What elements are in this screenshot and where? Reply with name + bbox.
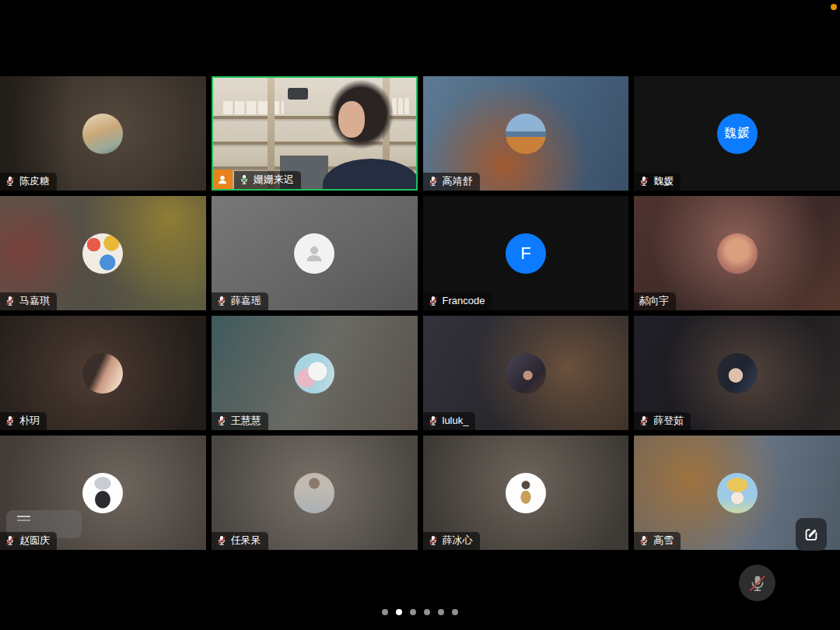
avatar (717, 473, 758, 513)
recording-indicator-dot (831, 4, 837, 10)
mic-muted-icon (428, 415, 439, 426)
participant-label: luluk_ (423, 412, 476, 430)
participant-label: 高靖舒 (423, 173, 480, 191)
avatar-initials: F (506, 233, 546, 274)
participant-tile[interactable]: 任呆呆 (212, 436, 418, 550)
participant-label: 朴玥 (0, 412, 47, 430)
participant-tile[interactable]: 高靖舒 (423, 76, 629, 191)
participant-label: 薛登茹 (634, 412, 691, 430)
mic-muted-icon (5, 176, 16, 187)
participant-tile[interactable]: 薛冰心 (423, 436, 629, 550)
mic-muted-icon (428, 176, 439, 187)
shelf-object (288, 88, 308, 100)
avatar (82, 473, 123, 513)
avatar-initials: 魏媛 (717, 114, 758, 154)
participant-label: 魏媛 (634, 173, 681, 191)
participant-label: 高雪 (634, 532, 681, 550)
host-badge (213, 170, 233, 189)
avatar (717, 353, 758, 394)
meeting-window: 陈皮糖 姗姗来迟 (0, 0, 840, 630)
mic-muted-icon (748, 574, 767, 593)
participant-tile[interactable]: 赵圆庆 (0, 436, 206, 550)
speaker-face (338, 101, 365, 138)
avatar-default-person (294, 233, 334, 274)
participant-tile-active-speaker[interactable]: 姗姗来迟 (212, 76, 418, 191)
participant-name: 魏媛 (653, 175, 674, 187)
participant-label: 任呆呆 (212, 532, 268, 550)
participant-name: 高雪 (653, 534, 674, 547)
participant-name: 郝向宇 (639, 295, 669, 307)
participant-label: 陈皮糖 (0, 173, 57, 191)
participant-tile[interactable]: 魏媛 魏媛 (634, 76, 840, 191)
avatar (717, 233, 758, 274)
mic-muted-icon (5, 535, 16, 546)
person-silhouette-icon (303, 242, 326, 265)
participant-name: 薛嘉瑶 (231, 295, 261, 307)
page-dot (382, 609, 388, 615)
participant-tile[interactable]: F Francode (423, 196, 629, 310)
page-dot (452, 609, 458, 615)
participant-tile[interactable]: 王慧慧 (212, 316, 418, 430)
annotate-button[interactable] (796, 518, 827, 551)
avatar (82, 353, 123, 394)
avatar-initials-text: F (520, 243, 530, 264)
mic-muted-icon (428, 296, 439, 306)
participant-label: 赵圆庆 (0, 532, 57, 550)
bookshelf-books (223, 101, 284, 114)
participant-name: luluk_ (443, 415, 469, 427)
avatar (506, 114, 546, 154)
participant-grid: 陈皮糖 姗姗来迟 (0, 76, 840, 550)
participant-label: 薛冰心 (423, 532, 480, 550)
mic-muted-icon (428, 535, 439, 546)
participant-label: Francode (423, 292, 492, 310)
pencil-square-icon (803, 526, 820, 543)
mic-muted-icon (216, 415, 227, 426)
participant-tile[interactable]: 薛登茹 (634, 316, 840, 430)
avatar (506, 353, 546, 394)
participant-tile[interactable]: 薛嘉瑶 (212, 196, 418, 310)
avatar (82, 233, 123, 274)
page-dot-active (396, 609, 402, 615)
participant-label: 薛嘉瑶 (212, 292, 268, 310)
mic-muted-icon (5, 415, 16, 426)
person-icon (216, 173, 229, 186)
participant-label: 王慧慧 (212, 412, 268, 430)
participant-name: 薛登茹 (653, 415, 684, 427)
participant-name: Francode (443, 295, 485, 307)
participant-name: 赵圆庆 (19, 534, 50, 547)
participant-name: 姗姗来迟 (254, 173, 294, 186)
mic-muted-icon (639, 176, 649, 187)
mic-muted-icon (216, 535, 227, 546)
page-dot (438, 609, 444, 615)
mic-active-icon (239, 174, 250, 185)
microphone-toggle-button[interactable] (739, 565, 775, 601)
participant-label: 马嘉琪 (0, 292, 57, 310)
participant-tile[interactable]: 朴玥 (0, 316, 206, 430)
page-dot (424, 609, 430, 615)
page-indicator (0, 609, 840, 615)
participant-name: 薛冰心 (443, 534, 473, 547)
mic-muted-icon (639, 535, 649, 546)
participant-label: 郝向宇 (634, 292, 676, 310)
list-lines-icon (17, 516, 30, 517)
avatar (294, 473, 334, 513)
mic-muted-icon (5, 296, 16, 306)
participant-tile[interactable]: luluk_ (423, 316, 629, 430)
participant-label: 姗姗来迟 (234, 171, 301, 189)
participant-name: 任呆呆 (231, 534, 261, 547)
mic-muted-icon (639, 415, 649, 426)
page-dot (410, 609, 416, 615)
participant-name: 马嘉琪 (19, 295, 50, 307)
participant-tile[interactable]: 陈皮糖 (0, 76, 206, 191)
avatar (82, 114, 123, 154)
avatar-initials-text: 魏媛 (724, 125, 751, 142)
participant-name: 陈皮糖 (19, 175, 50, 187)
participant-name: 王慧慧 (231, 415, 261, 427)
mic-muted-icon (216, 296, 227, 306)
participant-name: 高靖舒 (443, 175, 473, 187)
avatar (506, 473, 546, 513)
participant-tile[interactable]: 郝向宇 (634, 196, 840, 310)
participant-tile[interactable]: 马嘉琪 (0, 196, 206, 310)
avatar (294, 353, 334, 394)
participant-name: 朴玥 (19, 415, 40, 427)
